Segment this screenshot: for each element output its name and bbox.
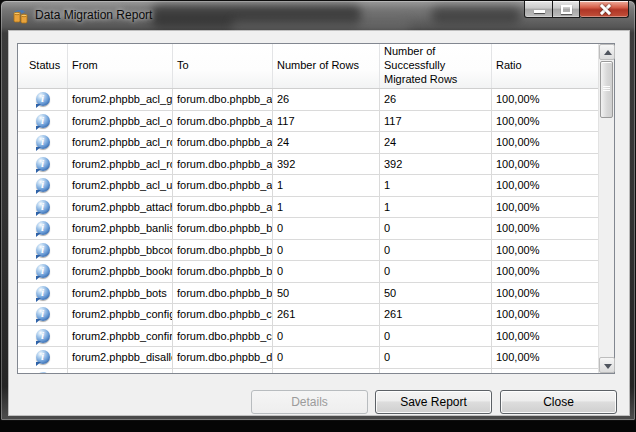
status-cell: i: [18, 197, 68, 218]
cell-ratio: 100,00%: [492, 261, 598, 282]
info-balloon-icon: i: [36, 114, 50, 128]
table-row[interactable]: iforum2.phpbb_acl_useforum.dbo.phpbb_acl…: [18, 175, 598, 197]
table-row[interactable]: iforum2.phpbb_attachmforum.dbo.phpbb_att…: [18, 197, 598, 219]
info-balloon-icon: i: [36, 243, 50, 257]
info-balloon-icon: i: [36, 135, 50, 149]
cell-from: forum2.phpbb_disallow: [68, 347, 173, 368]
cell-to: forum.dbo.phpbb_con: [173, 326, 273, 347]
info-balloon-icon: i: [36, 264, 50, 278]
status-cell: i: [18, 175, 68, 196]
cell-to: forum.dbo.phpbb_con: [173, 304, 273, 325]
migration-report-table: Status From To Number of Rows Number of …: [17, 43, 615, 374]
close-icon: [599, 4, 610, 15]
info-balloon-icon: i: [36, 200, 50, 214]
cell-from: forum2.phpbb_acl_gro: [68, 89, 173, 110]
cell-ratio: 100,00%: [492, 175, 598, 196]
close-window-button[interactable]: [580, 1, 629, 18]
titlebar[interactable]: Data Migration Report: [1, 1, 635, 31]
scrollbar-thumb[interactable]: [600, 61, 613, 118]
cell-rows: 24: [273, 132, 380, 153]
cell-from: forum2.phpbb_acl_role: [68, 154, 173, 175]
info-balloon-icon: i: [36, 350, 50, 364]
maximize-button[interactable]: [553, 1, 580, 18]
column-header-ratio[interactable]: Ratio: [492, 44, 598, 88]
cell-from: forum2.phpbb_attachm: [68, 197, 173, 218]
info-balloon-icon: i: [36, 307, 50, 321]
table-row[interactable]: iforum2.phpbb_confirmforum.dbo.phpbb_con…: [18, 326, 598, 348]
cell-from: forum2.phpbb_acl_opt: [68, 111, 173, 132]
minimize-button[interactable]: [524, 1, 553, 18]
status-cell: i: [18, 89, 68, 110]
table-row[interactable]: iforum2.phpbb_bbcodeforum.dbo.phpbb_bbc0…: [18, 240, 598, 262]
status-cell: i: [18, 132, 68, 153]
cell-ratio: 100,00%: [492, 304, 598, 325]
cell-migrated: 0: [380, 369, 492, 374]
column-header-status[interactable]: Status: [18, 44, 68, 88]
dialog-window: Data Migration Report Status From: [0, 0, 636, 421]
cell-rows: 0: [273, 347, 380, 368]
cell-ratio: 100,00%: [492, 111, 598, 132]
cell-from: forum2.phpbb_drafts: [68, 369, 173, 374]
table-row[interactable]: iforum2.phpbb_acl_groforum.dbo.phpbb_acl…: [18, 89, 598, 111]
arrow-up-icon: [604, 50, 612, 55]
info-balloon-icon: i: [36, 286, 50, 300]
cell-from: forum2.phpbb_banlist: [68, 218, 173, 239]
info-balloon-icon: i: [36, 329, 50, 343]
cell-to: forum.dbo.phpbb_acl_: [173, 175, 273, 196]
details-button[interactable]: Details: [251, 390, 368, 414]
status-cell: i: [18, 326, 68, 347]
cell-rows: 0: [273, 261, 380, 282]
cell-ratio: 100,00%: [492, 218, 598, 239]
status-cell: i: [18, 304, 68, 325]
cell-migrated: 24: [380, 132, 492, 153]
table-row[interactable]: iforum2.phpbb_configforum.dbo.phpbb_con2…: [18, 304, 598, 326]
cell-rows: 1: [273, 197, 380, 218]
column-header-rows[interactable]: Number of Rows: [273, 44, 380, 88]
cell-from: forum2.phpbb_bots: [68, 283, 173, 304]
database-migration-icon: [12, 7, 29, 24]
cell-from: forum2.phpbb_acl_role: [68, 132, 173, 153]
table-row[interactable]: iforum2.phpbb_acl_roleforum.dbo.phpbb_ac…: [18, 154, 598, 176]
info-balloon-icon: i: [36, 372, 50, 373]
cell-to: forum.dbo.phpbb_boo: [173, 261, 273, 282]
status-cell: i: [18, 283, 68, 304]
cell-rows: 50: [273, 283, 380, 304]
cell-from: forum2.phpbb_bookma: [68, 261, 173, 282]
scroll-down-button[interactable]: [599, 357, 615, 373]
info-balloon-icon: i: [36, 221, 50, 235]
table-row[interactable]: iforum2.phpbb_bookmaforum.dbo.phpbb_boo0…: [18, 261, 598, 283]
cell-ratio: 100,00%: [492, 154, 598, 175]
window-title: Data Migration Report: [35, 8, 152, 22]
cell-to: forum.dbo.phpbb_bbc: [173, 240, 273, 261]
column-header-to[interactable]: To: [173, 44, 273, 88]
cell-to: forum.dbo.phpbb_acl_: [173, 111, 273, 132]
cell-ratio: 100,00%: [492, 240, 598, 261]
table-row[interactable]: iforum2.phpbb_disallowforum.dbo.phpbb_di…: [18, 347, 598, 369]
cell-to: forum.dbo.phpbb_ban: [173, 218, 273, 239]
cell-ratio: 100,00%: [492, 132, 598, 153]
column-header-from[interactable]: From: [68, 44, 173, 88]
column-header-migrated[interactable]: Number of Successfully Migrated Rows: [380, 44, 492, 88]
vertical-scrollbar[interactable]: [598, 44, 614, 373]
table-row[interactable]: iforum2.phpbb_botsforum.dbo.phpbb_bot505…: [18, 283, 598, 305]
table-row[interactable]: iforum2.phpbb_acl_optforum.dbo.phpbb_acl…: [18, 111, 598, 133]
scroll-up-button[interactable]: [599, 44, 615, 60]
table-row[interactable]: iforum2.phpbb_acl_roleforum.dbo.phpbb_ac…: [18, 132, 598, 154]
cell-ratio: 100,00%: [492, 326, 598, 347]
cell-ratio: 100,00%: [492, 197, 598, 218]
save-report-button[interactable]: Save Report: [375, 390, 492, 414]
status-cell: i: [18, 218, 68, 239]
cell-to: forum.dbo.phpbb_dra: [173, 369, 273, 374]
cell-migrated: 0: [380, 326, 492, 347]
cell-to: forum.dbo.phpbb_bot: [173, 283, 273, 304]
maximize-icon: [561, 5, 572, 14]
close-button[interactable]: Close: [500, 390, 617, 414]
status-cell: i: [18, 261, 68, 282]
cell-rows: 26: [273, 89, 380, 110]
table-row[interactable]: iforum2.phpbb_draftsforum.dbo.phpbb_dra0…: [18, 369, 598, 374]
cell-migrated: 26: [380, 89, 492, 110]
cell-ratio: 100,00%: [492, 347, 598, 368]
table-row[interactable]: iforum2.phpbb_banlistforum.dbo.phpbb_ban…: [18, 218, 598, 240]
cell-migrated: 50: [380, 283, 492, 304]
table-body: iforum2.phpbb_acl_groforum.dbo.phpbb_acl…: [18, 89, 598, 373]
